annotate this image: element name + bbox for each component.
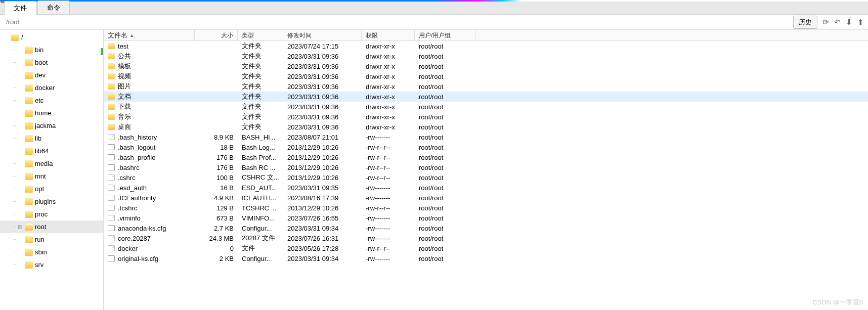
history-button[interactable]: 历史: [793, 16, 817, 29]
col-perm[interactable]: 权限: [362, 30, 415, 40]
file-date: 2023/07/24 17:15: [283, 42, 362, 50]
file-type: Bash Log...: [238, 144, 283, 151]
file-type: Bash Prof...: [238, 154, 283, 161]
file-owner: root/root: [415, 113, 475, 121]
file-type: Configur...: [238, 225, 283, 232]
tree-label: /: [21, 33, 23, 41]
tree-item-/[interactable]: /: [0, 31, 103, 43]
file-name: 文档: [118, 92, 131, 101]
file-row[interactable]: anaconda-ks.cfg2.7 KBConfigur...2023/03/…: [104, 223, 868, 233]
tree-item-bin[interactable]: ┄bin: [0, 43, 103, 56]
col-name[interactable]: 文件名▲: [104, 30, 195, 40]
file-date: 2023/03/31 09:36: [283, 93, 362, 101]
file-row[interactable]: 下载文件夹2023/03/31 09:36drwxr-xr-xroot/root: [104, 102, 868, 112]
file-type: Configur...: [238, 255, 283, 262]
file-date: 2023/03/31 09:35: [283, 184, 362, 192]
file-type: BASH_HI...: [238, 134, 283, 141]
file-row[interactable]: .bash_history8.9 KBBASH_HI...2023/08/07 …: [104, 132, 868, 142]
tree-item-jackma[interactable]: ┄jackma: [0, 119, 103, 132]
file-type: 文件夹: [238, 82, 283, 91]
col-date[interactable]: 修改时间: [283, 30, 362, 40]
file-row[interactable]: test文件夹2023/07/24 17:15drwxr-xr-xroot/ro…: [104, 41, 868, 51]
tree-label: sbin: [35, 248, 47, 256]
file-name: 图片: [118, 82, 131, 91]
col-type[interactable]: 类型: [238, 30, 283, 40]
file-row[interactable]: .viminfo673 BVIMINFO...2023/07/26 16:55-…: [104, 213, 868, 223]
file-row[interactable]: core.2028724.3 MB20287 文件2023/07/26 16:3…: [104, 233, 868, 243]
file-owner: root/root: [415, 214, 475, 222]
tree-item-media[interactable]: ┄media: [0, 157, 103, 170]
folder-icon: [25, 198, 33, 205]
file-date: 2023/03/31 09:36: [283, 63, 362, 70]
tab-cmd[interactable]: 命令: [37, 1, 70, 14]
file-row[interactable]: docker0文件2023/05/26 17:28-rw-r--r--root/…: [104, 243, 868, 253]
file-name: 视频: [118, 72, 131, 81]
tree-label: bin: [35, 46, 44, 54]
file-row[interactable]: 文档文件夹2023/03/31 09:36drwxr-xr-xroot/root: [104, 92, 868, 102]
file-icon: [108, 215, 115, 221]
expand-icon[interactable]: ⊞: [17, 224, 23, 230]
col-size[interactable]: 大小: [195, 30, 238, 40]
tree-item-home[interactable]: ┄home: [0, 107, 103, 119]
path-display[interactable]: /root: [4, 18, 791, 26]
file-row[interactable]: .cshrc100 BCSHRC 文...2013/12/29 10:26-rw…: [104, 172, 868, 183]
file-row[interactable]: 公共文件夹2023/03/31 09:36drwxr-xr-xroot/root: [104, 51, 868, 61]
file-row[interactable]: .tcshrc129 BTCSHRC ...2013/12/29 10:26-r…: [104, 203, 868, 213]
file-owner: root/root: [415, 134, 475, 141]
tree-item-docker[interactable]: ┄docker: [0, 81, 103, 94]
tree-line-icon: ┄: [13, 199, 16, 204]
file-date: 2013/12/29 10:26: [283, 144, 362, 151]
file-type: 文件夹: [238, 122, 283, 131]
file-name: 下载: [118, 102, 131, 111]
file-list[interactable]: 文件名▲ 大小 类型 修改时间 权限 用户/用户组 test文件夹2023/07…: [104, 30, 868, 310]
file-row[interactable]: 桌面文件夹2023/03/31 09:36drwxr-xr-xroot/root: [104, 122, 868, 132]
main-panel: /┄bin┄boot┄dev┄docker┄etc┄home┄jackma┄li…: [0, 30, 868, 310]
tree-item-srv[interactable]: ┄srv: [0, 258, 103, 271]
tree-line-icon: ┄: [13, 123, 16, 128]
file-row[interactable]: .ICEauthority4.9 KBICEAUTH...2023/08/16 …: [104, 193, 868, 203]
file-name: anaconda-ks.cfg: [118, 225, 166, 232]
file-row[interactable]: 图片文件夹2023/03/31 09:36drwxr-xr-xroot/root: [104, 81, 868, 92]
tree-item-opt[interactable]: ┄opt: [0, 183, 103, 195]
file-perm: -rw-r--r--: [362, 154, 415, 161]
tree-item-proc[interactable]: ┄proc: [0, 208, 103, 220]
tree-item-sbin[interactable]: ┄sbin: [0, 246, 103, 258]
tree-item-lib64[interactable]: ┄lib64: [0, 145, 103, 157]
file-row[interactable]: 模板文件夹2023/03/31 09:36drwxr-xr-xroot/root: [104, 61, 868, 71]
tree-item-run[interactable]: ┄run: [0, 233, 103, 246]
file-row[interactable]: 音乐文件夹2023/03/31 09:36drwxr-xr-xroot/root: [104, 112, 868, 122]
file-row[interactable]: original-ks.cfg2 KBConfigur...2023/03/31…: [104, 253, 868, 263]
folder-tree[interactable]: /┄bin┄boot┄dev┄docker┄etc┄home┄jackma┄li…: [0, 30, 104, 310]
download-icon[interactable]: ⬇: [846, 18, 852, 27]
file-perm: -rw-------: [362, 225, 415, 232]
col-owner[interactable]: 用户/用户组: [415, 30, 475, 40]
tree-item-plugins[interactable]: ┄plugins: [0, 195, 103, 208]
file-row[interactable]: .esd_auth16 BESD_AUT...2023/03/31 09:35-…: [104, 183, 868, 193]
refresh-icon[interactable]: ⟳: [822, 18, 829, 27]
path-bar: /root 历史 ⟳ ↶ ⬇ ⬆: [0, 15, 868, 30]
file-name: .esd_auth: [118, 184, 147, 192]
upload-icon[interactable]: ⬆: [857, 18, 864, 27]
folder-icon: [108, 73, 115, 79]
file-date: 2023/03/31 09:34: [283, 225, 362, 232]
folder-icon: [108, 104, 115, 110]
file-size: 2.7 KB: [195, 225, 238, 232]
tree-item-etc[interactable]: ┄etc: [0, 94, 103, 107]
tree-line-icon: ┄: [13, 136, 16, 141]
file-row[interactable]: .bash_logout18 BBash Log...2013/12/29 10…: [104, 142, 868, 152]
cfg-icon: [108, 255, 115, 261]
file-row[interactable]: 视频文件夹2023/03/31 09:36drwxr-xr-xroot/root: [104, 71, 868, 81]
tree-item-dev[interactable]: ┄dev: [0, 69, 103, 81]
tree-label: plugins: [35, 198, 56, 205]
file-row[interactable]: .bash_profile176 BBash Prof...2013/12/29…: [104, 152, 868, 162]
file-type: 20287 文件: [238, 234, 283, 243]
tree-item-root[interactable]: ┄⊞root: [0, 220, 103, 233]
tab-file[interactable]: 文件: [4, 1, 36, 15]
back-icon[interactable]: ↶: [834, 18, 841, 27]
file-row[interactable]: .bashrc176 BBash RC ...2013/12/29 10:26-…: [104, 162, 868, 172]
tree-line-icon: ┄: [13, 262, 16, 268]
tree-item-mnt[interactable]: ┄mnt: [0, 170, 103, 183]
tree-item-lib[interactable]: ┄lib: [0, 132, 103, 145]
tree-label: media: [35, 160, 53, 167]
tree-item-boot[interactable]: ┄boot: [0, 56, 103, 69]
